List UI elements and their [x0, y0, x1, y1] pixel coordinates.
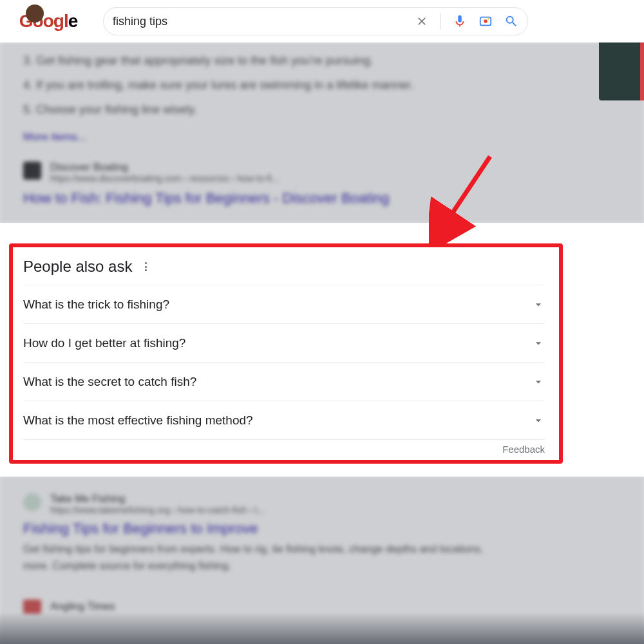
- paa-question-text: What is the most effective fishing metho…: [23, 413, 253, 428]
- paa-question-1[interactable]: What is the trick to fishing?: [23, 285, 545, 323]
- paa-question-4[interactable]: What is the most effective fishing metho…: [23, 401, 545, 439]
- search-icon[interactable]: [504, 14, 518, 28]
- paa-header: People also ask: [23, 258, 545, 276]
- thumbnail-card: [599, 43, 644, 100]
- google-doodle-icon: [26, 5, 44, 23]
- search-bar[interactable]: [103, 7, 528, 35]
- paa-footer: Feedback: [23, 439, 545, 455]
- chevron-down-icon: [532, 414, 545, 427]
- more-options-icon[interactable]: [140, 261, 151, 272]
- paa-question-text: What is the trick to fishing?: [23, 298, 169, 312]
- people-also-ask-section: People also ask What is the trick to fis…: [0, 223, 644, 477]
- chevron-down-icon: [532, 298, 545, 311]
- paa-question-2[interactable]: How do I get better at fishing?: [23, 323, 545, 362]
- paa-question-3[interactable]: What is the secret to catch fish?: [23, 362, 545, 401]
- chevron-down-icon: [532, 337, 545, 350]
- search-input[interactable]: [113, 15, 415, 28]
- paa-question-text: What is the secret to catch fish?: [23, 375, 196, 389]
- voice-search-icon[interactable]: [453, 14, 467, 28]
- feedback-link[interactable]: Feedback: [502, 444, 545, 455]
- dim-overlay-top: [0, 43, 644, 223]
- bottom-gradient: [0, 612, 644, 644]
- chevron-down-icon: [532, 375, 545, 388]
- paa-title: People also ask: [23, 258, 132, 276]
- search-header: Google: [0, 0, 644, 43]
- svg-point-1: [484, 19, 488, 23]
- searchbar-actions: [415, 13, 518, 30]
- google-logo[interactable]: Google: [13, 8, 84, 34]
- svg-point-2: [488, 18, 489, 20]
- paa-question-text: How do I get better at fishing?: [23, 336, 185, 350]
- clear-icon[interactable]: [415, 14, 429, 28]
- image-search-icon[interactable]: [478, 14, 493, 28]
- searchbar-divider: [440, 13, 441, 30]
